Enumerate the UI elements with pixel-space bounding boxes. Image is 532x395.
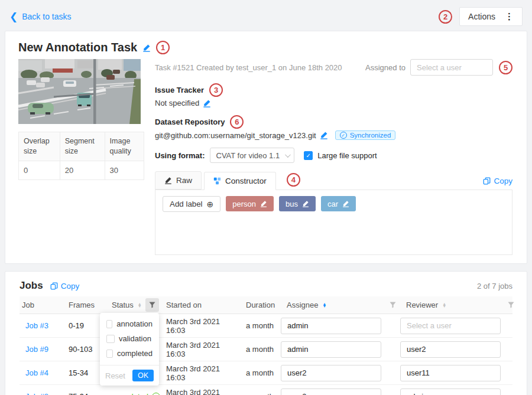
col-status-label: Status [112, 301, 134, 309]
check-circle-icon: ✓ [340, 132, 347, 139]
label-chip-bus[interactable]: bus [279, 196, 316, 211]
jobs-heading: Jobs [20, 280, 43, 292]
task-thumbnail [18, 59, 141, 124]
edit-repository-icon[interactable] [320, 131, 328, 139]
format-selected-value: CVAT for video 1.1 [216, 151, 280, 160]
jobs-count: 2 of 7 jobs [477, 282, 512, 290]
edit-label-icon[interactable] [302, 200, 309, 207]
job-frames: 75-94 [67, 392, 112, 395]
job-row: Job #9 90-103 March 3rd 2021 16:03 a mon… [20, 338, 512, 361]
checkbox-unchecked[interactable] [106, 320, 112, 328]
filter-option-label: validation [119, 334, 151, 343]
job-link[interactable]: Job #8 [20, 392, 67, 395]
copy-icon [50, 282, 58, 290]
col-job: Job [20, 301, 67, 309]
issue-tracker-label: Issue Tracker [155, 86, 204, 94]
job-duration: a month [241, 345, 281, 354]
assigned-to-label: Assigned to [365, 63, 406, 72]
add-label-button[interactable]: Add label ⊕ [163, 196, 220, 212]
job-link[interactable]: Job #4 [20, 368, 67, 377]
assignee-input[interactable] [281, 341, 381, 358]
using-format-label: Using format: [155, 151, 205, 160]
job-duration: a month [241, 321, 281, 330]
back-to-tasks-label: Back to tasks [22, 12, 71, 21]
param-header-overlap: Overlap size [19, 132, 60, 161]
job-started: March 3rd 2021 16:03 [161, 317, 241, 335]
filter-funnel-icon [145, 298, 159, 312]
issue-tracker-value: Not specified [155, 99, 199, 107]
assignee-select-input[interactable] [410, 59, 493, 76]
chevron-left-icon: ❮ [9, 12, 18, 22]
col-status[interactable]: Status ▲▼ [112, 301, 142, 309]
format-select[interactable]: CVAT for video 1.1 [210, 148, 295, 163]
plus-circle-icon: ⊕ [207, 200, 214, 208]
reviewer-input[interactable] [400, 389, 501, 395]
reviewer-input[interactable] [400, 341, 501, 358]
filter-funnel-icon [390, 302, 396, 308]
sort-icon[interactable]: ▲▼ [442, 303, 446, 308]
edit-label-icon[interactable] [260, 200, 267, 207]
assignee-input[interactable] [281, 318, 381, 334]
checkbox-unchecked[interactable] [106, 335, 115, 343]
copy-icon [483, 177, 491, 185]
filter-option-annotation[interactable]: annotation [100, 316, 159, 331]
col-frames: Frames [67, 301, 112, 309]
col-reviewer[interactable]: Reviewer ▲▼ [400, 301, 508, 309]
actions-label: Actions [468, 12, 495, 21]
add-label-text: Add label [170, 200, 203, 208]
col-assignee-label: Assignee [287, 301, 318, 309]
filter-option-validation[interactable]: validation [100, 331, 159, 346]
label-chip-car-text: car [327, 200, 338, 208]
question-circle-icon[interactable]: ? [152, 393, 160, 395]
label-chip-car[interactable]: car [321, 196, 356, 211]
label-chip-person[interactable]: person [226, 196, 274, 211]
param-value-quality: 30 [105, 161, 144, 179]
col-assignee[interactable]: Assignee ▲▼ [281, 301, 385, 309]
job-link[interactable]: Job #3 [20, 321, 67, 330]
repository-url[interactable]: git@github.com:username/git_storage_v123… [155, 131, 316, 140]
edit-label-icon[interactable] [342, 200, 349, 207]
filter-option-completed[interactable]: completed [100, 346, 159, 361]
assignee-input[interactable] [281, 389, 381, 395]
callout-1: 1 [156, 41, 170, 54]
more-vertical-icon: ⋮ [505, 11, 514, 22]
filter-reset-button[interactable]: Reset [105, 371, 125, 380]
tab-constructor[interactable]: Constructor [204, 172, 276, 190]
back-to-tasks-link[interactable]: ❮ Back to tasks [9, 12, 72, 22]
sync-status-label: Synchronized [350, 132, 391, 139]
callout-2: 2 [439, 10, 452, 24]
blocks-icon [213, 177, 221, 185]
large-file-checkbox[interactable]: ✓ [304, 151, 313, 160]
tab-constructor-label: Constructor [225, 177, 267, 185]
job-row: Job #8 75-94 completed ? March 3rd 2021 … [20, 385, 512, 395]
param-value-overlap: 0 [19, 161, 60, 179]
reviewer-filter-button[interactable] [508, 302, 514, 308]
assignee-input[interactable] [281, 365, 381, 381]
callout-4: 4 [287, 173, 300, 187]
actions-button[interactable]: Actions ⋮ [459, 7, 523, 26]
task-title: New Annotation Task [18, 41, 137, 54]
tab-raw[interactable]: Raw [155, 171, 202, 190]
sort-icon[interactable]: ▲▼ [138, 303, 142, 308]
job-started: March 3rd 2021 16:03 [161, 341, 241, 358]
filter-option-label: completed [117, 349, 153, 358]
jobs-copy-button[interactable]: Copy [50, 282, 80, 290]
checkbox-unchecked[interactable] [106, 350, 113, 358]
labels-copy-label: Copy [494, 177, 512, 185]
status-filter-button[interactable] [142, 298, 161, 312]
edit-issue-tracker-icon[interactable] [203, 99, 211, 107]
assignee-filter-button[interactable] [385, 302, 400, 308]
job-duration: a month [241, 368, 281, 377]
sync-status-badge: ✓ Synchronized [335, 130, 396, 140]
reviewer-input[interactable] [400, 318, 501, 334]
edit-title-icon[interactable] [142, 44, 151, 52]
pencil-icon [164, 177, 172, 184]
labels-copy-button[interactable]: Copy [483, 177, 512, 185]
reviewer-input[interactable] [400, 365, 501, 381]
filter-funnel-icon [508, 302, 514, 308]
col-reviewer-label: Reviewer [406, 301, 438, 309]
large-file-label: Large file support [317, 151, 377, 160]
job-link[interactable]: Job #9 [20, 345, 67, 354]
filter-ok-button[interactable]: OK [132, 370, 154, 381]
sort-icon-active[interactable]: ▲▼ [322, 303, 326, 308]
